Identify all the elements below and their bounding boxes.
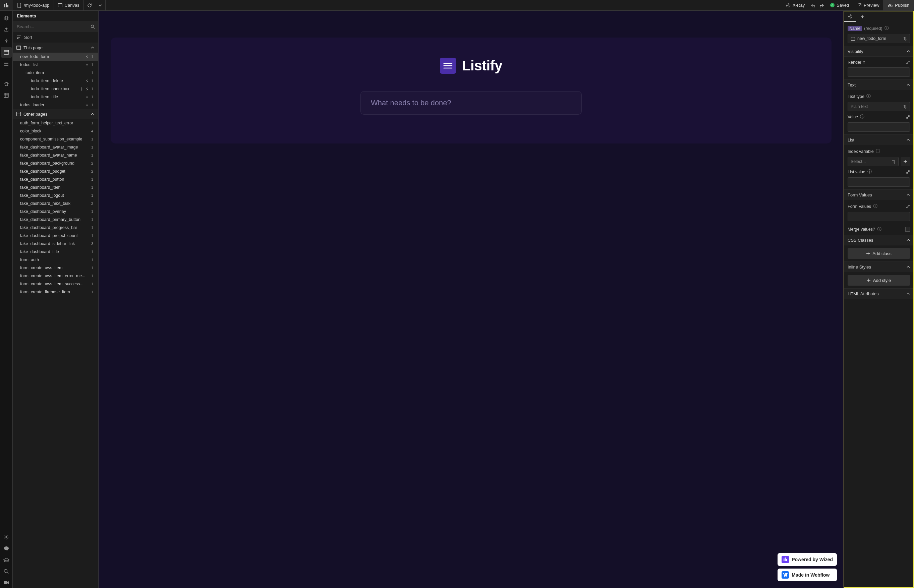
tree-row[interactable]: todos_loader1	[13, 101, 98, 109]
tab-actions[interactable]	[856, 11, 869, 22]
tab-settings[interactable]	[844, 11, 856, 22]
sidebar-search[interactable]	[13, 21, 98, 32]
leftbar-upload[interactable]	[1, 24, 12, 35]
list-value-input[interactable]	[848, 177, 910, 187]
tree-row[interactable]: fake_dashboard_progress_bar1	[13, 224, 98, 232]
plus-icon	[866, 251, 870, 255]
brand-text: Listify	[462, 58, 502, 74]
tree-row[interactable]: color_block4	[13, 127, 98, 135]
tree-row[interactable]: component_submission_example1	[13, 135, 98, 143]
tree-row[interactable]: form_auth1	[13, 256, 98, 264]
tree-row[interactable]: todo_item_delete1	[13, 77, 98, 85]
tree-row[interactable]: fake_dashboard_title1	[13, 248, 98, 256]
render-if-label: Render if	[848, 60, 910, 65]
tree-row[interactable]: fake_dashboard_avatar_image1	[13, 143, 98, 151]
svg-rect-13	[16, 46, 21, 50]
tree-row[interactable]: form_create_aws_item1	[13, 264, 98, 272]
tree-row[interactable]: form_create_aws_item_error_me...1	[13, 272, 98, 280]
leftbar-list[interactable]	[1, 58, 12, 69]
section-form-values[interactable]: Form Values	[844, 189, 913, 200]
tree-row[interactable]: auth_form_helper_text_error1	[13, 119, 98, 127]
add-style-button[interactable]: Add style	[848, 275, 910, 286]
tree-row[interactable]: todo_item_title1	[13, 93, 98, 101]
index-var-select[interactable]: Select... ⇅	[848, 157, 899, 166]
tree-row[interactable]: fake_dashboard_logout1	[13, 191, 98, 199]
file-icon	[17, 3, 22, 8]
tree-row[interactable]: fake_dashboard_overlay1	[13, 207, 98, 216]
search-input[interactable]	[17, 24, 90, 29]
section-inline-styles[interactable]: Inline Styles	[844, 262, 913, 272]
leftbar-settings[interactable]	[1, 531, 12, 543]
tree-row[interactable]: todo_item_checkbox1	[13, 85, 98, 93]
tree-row[interactable]: todos_list1	[13, 61, 98, 69]
refresh-button[interactable]	[84, 0, 95, 10]
tree-row[interactable]: fake_dashboard_primary_button1	[13, 216, 98, 224]
expand-icon[interactable]	[906, 205, 910, 208]
render-if-input[interactable]	[848, 67, 910, 77]
tree-row[interactable]: fake_dashboard_project_count1	[13, 232, 98, 240]
file-path-button[interactable]: /my-todo-app	[13, 0, 54, 10]
text-type-select[interactable]: Plain text ⇅	[848, 102, 910, 111]
tree-item-label: new_todo_form	[20, 54, 85, 59]
section-html-attrs[interactable]: HTML Attributes	[844, 288, 913, 299]
brand-row: Listify	[440, 58, 502, 74]
redo-button[interactable]	[817, 0, 826, 10]
tree-row[interactable]: form_create_aws_item_success...1	[13, 280, 98, 288]
refresh-dropdown[interactable]	[95, 0, 105, 10]
svg-point-7	[5, 82, 8, 86]
expand-icon[interactable]	[906, 170, 910, 174]
badge-wized[interactable]: Powered by Wized	[778, 553, 837, 566]
todo-input[interactable]: What needs to be done?	[360, 91, 582, 115]
publish-button[interactable]: Publish	[883, 0, 914, 10]
form-values-input[interactable]	[848, 212, 910, 221]
undo-button[interactable]	[809, 0, 817, 10]
tree-section-this-page[interactable]: This page	[13, 43, 98, 53]
tree-row[interactable]: new_todo_form1	[13, 53, 98, 61]
name-select[interactable]: new_todo_form ⇅	[848, 34, 910, 43]
section-css-classes[interactable]: CSS Classes	[844, 235, 913, 246]
leftbar-elements[interactable]	[1, 47, 12, 58]
add-class-button[interactable]: Add class	[848, 248, 910, 259]
tree-row[interactable]: fake_dashboard_item1	[13, 183, 98, 191]
badge-webflow[interactable]: Made in Webflow	[778, 569, 837, 581]
expand-icon[interactable]	[906, 60, 910, 65]
tree-item-label: todo_item_checkbox	[31, 87, 79, 91]
tree-item-label: fake_dashboard_primary_button	[20, 217, 89, 222]
sort-icon	[17, 35, 21, 40]
tree-row[interactable]: fake_dashboard_sidebar_link3	[13, 240, 98, 248]
leftbar-data[interactable]	[1, 90, 12, 100]
list-value-label: List value	[848, 170, 866, 174]
tree-row[interactable]: fake_dashboard_budget2	[13, 167, 98, 175]
text-value-input[interactable]	[848, 122, 910, 132]
tree-row[interactable]: fake_dashboard_background2	[13, 159, 98, 167]
xray-button[interactable]: X-Ray	[782, 0, 809, 10]
canvas-button[interactable]: Canvas	[54, 0, 84, 10]
left-iconbar	[0, 11, 13, 588]
section-list[interactable]: List	[844, 134, 913, 145]
leftbar-layers[interactable]	[1, 13, 12, 23]
section-text[interactable]: Text	[844, 79, 913, 90]
tree-row[interactable]: fake_dashboard_button1	[13, 175, 98, 183]
badge-label: Powered by Wized	[791, 557, 833, 562]
leftbar-video[interactable]	[1, 577, 12, 588]
undo-icon	[811, 3, 815, 8]
tree-row[interactable]: fake_dashboard_next_task2	[13, 199, 98, 207]
merge-checkbox[interactable]	[905, 227, 910, 232]
leftbar-bug[interactable]	[1, 78, 12, 89]
svg-point-16	[87, 97, 87, 97]
sidebar-title: Elements	[13, 11, 98, 21]
leftbar-bolt[interactable]	[1, 36, 12, 46]
tree-section-other-pages[interactable]: Other pages	[13, 109, 98, 119]
sort-button[interactable]: Sort	[13, 32, 98, 43]
add-index-var-button[interactable]	[901, 157, 910, 166]
expand-icon[interactable]	[906, 115, 910, 119]
leftbar-chat[interactable]	[1, 543, 12, 554]
section-visibility[interactable]: Visibility	[844, 46, 913, 57]
tree-row[interactable]: form_create_firebase_item1	[13, 288, 98, 296]
leftbar-academy[interactable]	[1, 554, 12, 565]
logo-button[interactable]	[0, 0, 13, 10]
tree-row[interactable]: todo_item1	[13, 69, 98, 77]
tree-row[interactable]: fake_dashboard_avatar_name1	[13, 151, 98, 159]
leftbar-search[interactable]	[1, 566, 12, 577]
preview-button[interactable]: Preview	[853, 0, 883, 10]
